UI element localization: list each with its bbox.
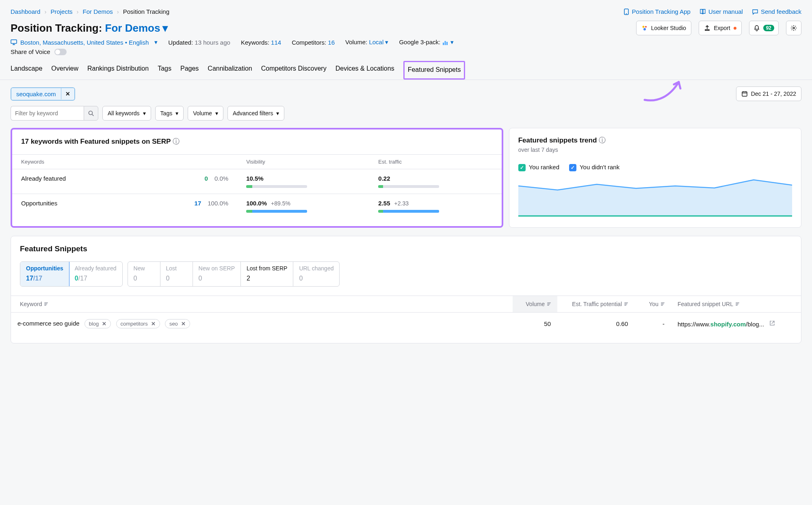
domain-chip-remove[interactable]: ✕ [61, 88, 74, 99]
position-tracking-app-link[interactable]: Position Tracking App [623, 8, 691, 15]
tab-pages[interactable]: Pages [180, 61, 199, 80]
cell-volume: 50 [513, 314, 557, 334]
close-icon[interactable]: ✕ [102, 321, 106, 327]
column-keywords: Keywords [12, 155, 237, 169]
svg-point-4 [643, 28, 646, 30]
seg-already-featured[interactable]: Already featured 0/17 [69, 262, 122, 286]
svg-point-11 [89, 111, 93, 115]
tab-cannibalization[interactable]: Cannibalization [208, 61, 252, 80]
legend-you-ranked[interactable]: ✓You ranked [518, 164, 559, 171]
notifications-button[interactable]: 92 [749, 21, 779, 35]
chevron-right-icon: › [117, 8, 119, 15]
calendar-icon [741, 91, 748, 97]
seg-opportunities[interactable]: Opportunities 17/17 [20, 261, 69, 287]
domain-chip-label: seoquake.com [11, 88, 61, 100]
settings-button[interactable] [786, 21, 801, 35]
svg-rect-10 [742, 92, 747, 96]
opportunities-count-link[interactable]: 17 [195, 200, 201, 207]
col-url[interactable]: Featured snippet URL [671, 296, 801, 312]
svg-rect-6 [11, 40, 17, 43]
tag-competitors[interactable]: competitors✕ [116, 319, 160, 328]
column-est-traffic: Est. traffic [369, 155, 501, 169]
project-link[interactable]: For Demos▾ [105, 22, 168, 34]
tab-tags[interactable]: Tags [158, 61, 171, 80]
sort-icon [44, 302, 48, 306]
checkbox-icon: ✓ [518, 164, 526, 171]
mobile-icon [623, 9, 630, 15]
export-button[interactable]: Export [699, 21, 741, 35]
crumb-projects[interactable]: Projects [50, 8, 72, 15]
breadcrumbs: Dashboard › Projects › For Demos › Posit… [11, 8, 801, 15]
trend-card-subtitle: over last 7 days [518, 147, 792, 153]
legend-you-didnt-rank[interactable]: ✓You didn't rank [569, 164, 619, 171]
filter-controls-row: All keywords ▾ Tags ▾ Volume ▾ Advanced … [11, 106, 801, 121]
tab-landscape[interactable]: Landscape [11, 61, 42, 80]
search-icon [88, 110, 94, 117]
date-range-button[interactable]: Dec 21 - 27, 2022 [736, 86, 801, 101]
checkbox-icon: ✓ [569, 164, 576, 171]
share-of-voice-label: Share of Voice [11, 48, 50, 55]
visibility-bar [246, 185, 307, 188]
tag-seo[interactable]: seo✕ [165, 319, 190, 328]
all-keywords-dropdown[interactable]: All keywords ▾ [102, 106, 151, 121]
user-manual-link[interactable]: User manual [699, 8, 743, 15]
tab-devices-locations[interactable]: Devices & Locations [336, 61, 394, 80]
seg-new[interactable]: New0 [128, 262, 160, 286]
keywords-link[interactable]: 114 [271, 39, 281, 46]
sort-icon [624, 302, 628, 306]
traffic-bar [378, 210, 439, 213]
col-volume[interactable]: Volume [513, 296, 557, 312]
crumb-dashboard[interactable]: Dashboard [11, 8, 40, 15]
featured-snippets-panel: Featured Snippets Opportunities 17/17 Al… [11, 236, 801, 343]
seg-lost[interactable]: Lost0 [160, 262, 193, 286]
col-you[interactable]: You [634, 296, 671, 312]
looker-icon [641, 25, 648, 31]
page-title: Position Tracking: For Demos▾ [11, 22, 629, 35]
cell-you: - [634, 314, 671, 334]
competitors-link[interactable]: 16 [328, 39, 335, 46]
tab-competitors-discovery[interactable]: Competitors Discovery [261, 61, 327, 80]
keyword-filter-input[interactable] [11, 106, 84, 121]
competitors-count: Competitors: 16 [292, 39, 335, 46]
info-icon[interactable]: ⓘ [599, 136, 606, 144]
opportunities-row: Opportunities 17 100.0% 100.0%+89.5% 2.5… [12, 194, 502, 219]
share-of-voice-toggle[interactable] [54, 49, 67, 55]
bell-icon [754, 25, 760, 31]
tab-rankings-distribution[interactable]: Rankings Distribution [87, 61, 149, 80]
tag-blog[interactable]: blog✕ [84, 319, 111, 328]
external-link-icon[interactable] [769, 320, 775, 326]
close-icon[interactable]: ✕ [181, 321, 186, 327]
looker-studio-button[interactable]: Looker Studio [636, 21, 691, 35]
google-3pack-selector[interactable]: Google 3-pack: ▾ [399, 39, 453, 46]
seg-new-on-serp[interactable]: New on SERP0 [193, 262, 241, 286]
seg-url-changed[interactable]: URL changed0 [293, 262, 339, 286]
volume-selector[interactable]: Volume: Local ▾ [345, 39, 388, 46]
chevron-right-icon: › [44, 8, 46, 15]
tab-featured-snippets[interactable]: Featured Snippets [403, 61, 466, 80]
col-est-traffic[interactable]: Est. Traffic potential [557, 296, 634, 312]
notification-dot-icon [734, 27, 736, 30]
location-selector[interactable]: Boston, Massachusetts, United States • E… [11, 39, 158, 46]
send-feedback-link[interactable]: Send feedback [752, 8, 801, 15]
sort-icon [661, 302, 665, 306]
crumb-for-demos[interactable]: For Demos [83, 8, 113, 15]
sort-icon [736, 302, 739, 306]
tags-dropdown[interactable]: Tags ▾ [155, 106, 184, 121]
seg-lost-from-serp[interactable]: Lost from SERP2 [241, 262, 293, 286]
tab-overview[interactable]: Overview [51, 61, 78, 80]
info-icon[interactable]: ⓘ [173, 138, 180, 145]
volume-dropdown[interactable]: Volume ▾ [188, 106, 223, 121]
chevron-down-icon: ▾ [162, 22, 168, 35]
svg-rect-7 [443, 43, 444, 45]
monitor-icon [11, 39, 17, 45]
cell-est-traffic: 0.60 [557, 314, 634, 334]
crumb-current: Position Tracking [123, 8, 169, 15]
svg-point-3 [645, 26, 647, 28]
svg-point-2 [642, 26, 644, 28]
search-button[interactable] [84, 106, 98, 121]
trend-chart [518, 174, 792, 218]
col-keyword[interactable]: Keyword [11, 296, 513, 312]
cell-keyword: e-commerce seo guide blog✕ competitors✕ … [11, 313, 513, 335]
advanced-filters-dropdown[interactable]: Advanced filters ▾ [227, 106, 285, 121]
close-icon[interactable]: ✕ [151, 321, 156, 327]
